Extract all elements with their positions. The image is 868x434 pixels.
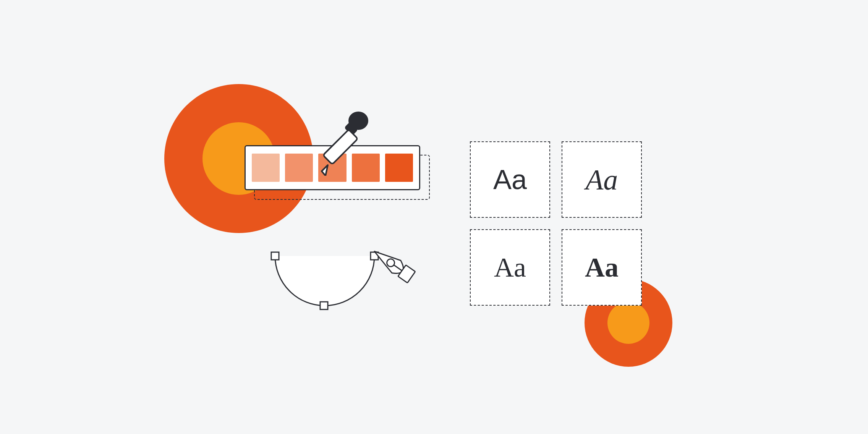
- pen-tool-icon: [260, 245, 436, 329]
- font-sample-text: Aa: [494, 252, 526, 283]
- font-sample-text: Aa: [586, 163, 618, 196]
- font-sample-text: Aa: [585, 252, 619, 283]
- design-illustration: Aa Aa Aa Aa: [0, 0, 868, 434]
- font-sample-serif-bold: Aa: [562, 229, 642, 306]
- svg-rect-6: [320, 302, 328, 309]
- font-sample-grid: Aa Aa Aa Aa: [470, 141, 642, 306]
- svg-rect-4: [271, 252, 279, 260]
- font-sample-sans: Aa: [470, 141, 550, 218]
- svg-marker-3: [322, 165, 328, 176]
- swatch-1: [252, 154, 280, 182]
- font-sample-script: Aa: [562, 141, 642, 218]
- swatch-5: [385, 154, 413, 182]
- font-sample-text: Aa: [493, 164, 527, 195]
- swatch-2: [285, 154, 313, 182]
- eyedropper-icon: [317, 111, 374, 176]
- font-sample-serif: Aa: [470, 229, 550, 306]
- svg-rect-2: [323, 130, 358, 164]
- circle-small-inner: [607, 302, 649, 344]
